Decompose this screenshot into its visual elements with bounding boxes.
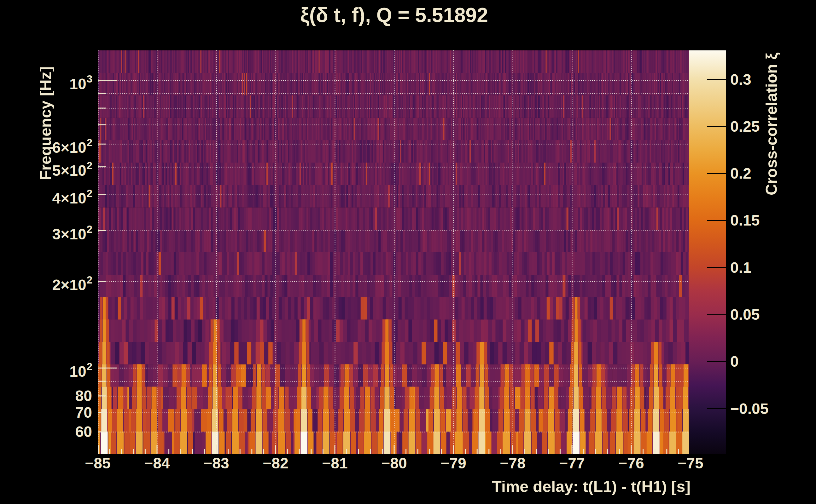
x-tick-label: −81 — [310, 455, 360, 472]
colorbar-tick-label: 0.15 — [730, 212, 806, 229]
colorbar-tick-label: −0.05 — [730, 400, 806, 418]
y-tick-label: 80 — [13, 387, 92, 405]
y-tick-label: 5×102 — [13, 158, 92, 176]
colorbar-tick-mark — [707, 361, 726, 362]
y-tick-label: 6×102 — [13, 135, 92, 153]
colorbar-tick-label: 0.05 — [730, 306, 806, 324]
y-tick-label: 4×102 — [13, 186, 92, 204]
heatmap-canvas — [98, 50, 691, 454]
y-tick-label: 102 — [13, 359, 92, 377]
x-tick-label: −85 — [72, 455, 123, 472]
plot-title: ξ(δ t, f), Q = 5.51892 — [98, 3, 691, 27]
y-tick-label: 70 — [13, 404, 92, 422]
x-tick-label: −77 — [547, 455, 597, 472]
x-tick-label: −82 — [250, 455, 301, 472]
x-tick-label: −83 — [191, 455, 242, 472]
x-tick-label: −80 — [369, 455, 419, 472]
y-tick-label: 3×102 — [13, 221, 92, 240]
qscan-cross-correlation-plot: ξ(δ t, f), Q = 5.51892 Frequency [Hz] Cr… — [0, 0, 816, 504]
y-tick-label: 103 — [13, 71, 92, 89]
colorbar-tick-label: 0.2 — [730, 165, 806, 182]
x-tick-label: −75 — [665, 455, 716, 472]
x-axis-title: Time delay: t(L1) - t(H1) [s] — [98, 478, 691, 496]
colorbar-tick-mark — [707, 314, 726, 315]
colorbar-tick-mark — [707, 126, 726, 127]
y-tick-label: 60 — [13, 423, 92, 441]
colorbar-tick-mark — [707, 408, 726, 409]
colorbar-tick-mark — [707, 173, 726, 174]
colorbar-tick-mark — [707, 220, 726, 221]
colorbar-tick-label: 0.3 — [730, 71, 806, 89]
x-tick-label: −76 — [606, 455, 657, 472]
colorbar — [689, 50, 726, 454]
x-tick-label: −84 — [132, 455, 182, 472]
colorbar-tick-label: 0.25 — [730, 118, 806, 135]
x-tick-label: −79 — [428, 455, 479, 472]
colorbar-tick-label: 0.1 — [730, 259, 806, 277]
colorbar-tick-mark — [707, 267, 726, 268]
y-tick-label: 2×102 — [13, 272, 92, 290]
x-tick-label: −78 — [487, 455, 538, 472]
colorbar-tick-mark — [707, 79, 726, 80]
colorbar-tick-label: 0 — [730, 353, 806, 370]
